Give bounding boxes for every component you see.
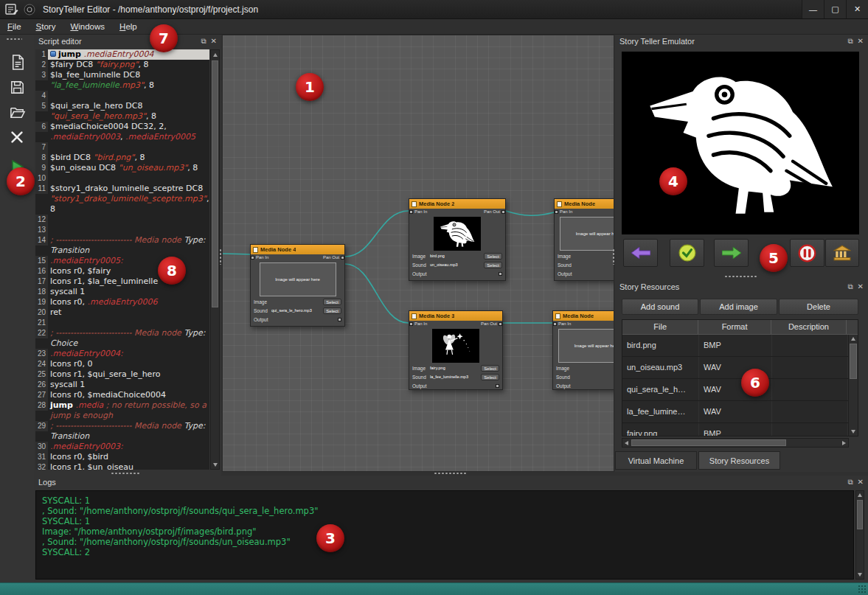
resource-row[interactable]: bird.pngBMP <box>622 335 858 357</box>
float-panel-icon[interactable]: ⧉ <box>847 283 853 290</box>
logs-content[interactable]: SYSCALL: 1, Sound: "/home/anthony/ostpro… <box>35 490 854 580</box>
resource-row[interactable]: qui_sera_le_h…WAV <box>622 379 858 401</box>
select-image-button[interactable]: Select <box>323 299 341 305</box>
editor-line-25[interactable]: 25lcons r1, $qui_sera_le_hero <box>35 369 209 380</box>
pan-out-port[interactable] <box>501 210 505 214</box>
resource-row[interactable]: la_fee_lumine…WAV <box>622 401 858 423</box>
column-description[interactable]: Description <box>771 320 847 334</box>
scroll-right-icon[interactable] <box>842 441 846 445</box>
scroll-down-icon[interactable] <box>851 430 855 434</box>
editor-line-32[interactable]: 32lcons r1, $un_oiseau <box>35 462 209 470</box>
editor-line-8[interactable]: 8$bird DC8 "bird.png", 8 <box>35 153 209 163</box>
float-panel-icon[interactable]: ⧉ <box>201 38 206 45</box>
close-panel-icon[interactable]: ✕ <box>858 479 864 486</box>
close-project-button[interactable] <box>4 126 29 148</box>
save-button[interactable] <box>4 76 29 98</box>
new-script-button[interactable] <box>4 51 29 73</box>
tab-virtual-machine[interactable]: Virtual Machine <box>615 451 697 470</box>
splitter-handle[interactable] <box>219 248 222 265</box>
output-port[interactable] <box>338 318 341 321</box>
toolbar-grip[interactable] <box>6 38 22 41</box>
editor-line-13[interactable]: 13 <box>35 225 209 235</box>
resources-table[interactable]: File Format Description bird.pngBMPun_oi… <box>622 319 858 436</box>
resource-row[interactable]: un_oiseau.mp3WAV <box>622 357 858 379</box>
editor-line-11[interactable]: 11$story1_drako_luminelle_sceptre DC8 "s… <box>35 184 209 215</box>
logs-scrollbar[interactable] <box>855 490 864 580</box>
pan-out-port[interactable] <box>499 322 502 326</box>
menu-help[interactable]: Help <box>112 19 145 35</box>
editor-line-18[interactable]: 18syscall 1 <box>35 287 209 297</box>
column-file[interactable]: File <box>622 320 698 334</box>
node-canvas[interactable]: Media Node 4Pan InPan OutImage will appe… <box>222 35 614 472</box>
editor-line-30[interactable]: 30.mediaEntry0003: <box>35 442 209 452</box>
pause-button[interactable] <box>790 239 824 267</box>
editor-line-1[interactable]: 1jump .mediaEntry0004 <box>35 49 209 60</box>
editor-line-24[interactable]: 24lcons r0, 0 <box>35 359 209 369</box>
add-sound-button[interactable]: Add sound <box>622 299 698 315</box>
editor-line-12[interactable]: 12 <box>35 215 209 225</box>
select-sound-button[interactable]: Select <box>484 262 502 268</box>
select-image-button[interactable]: Select <box>481 365 499 372</box>
editor-line-3[interactable]: 3$la_fee_luminelle DC8 "la_fee_luminelle… <box>35 70 209 91</box>
media-node-3[interactable]: Media Node 3Pan InPan OutImagefairy.pngS… <box>409 310 503 390</box>
scroll-down-icon[interactable] <box>858 573 862 577</box>
minimize-button[interactable]: — <box>802 0 824 18</box>
node-title-bar[interactable]: Media Node 3 <box>409 311 502 321</box>
editor-line-10[interactable]: 10 <box>35 173 209 184</box>
splitter-handle[interactable] <box>111 472 140 475</box>
menu-windows[interactable]: Windows <box>63 19 112 35</box>
float-panel-icon[interactable]: ⧉ <box>847 479 853 486</box>
scroll-up-icon[interactable] <box>213 53 218 57</box>
editor-line-9[interactable]: 9$un_oiseau DC8 "un_oiseau.mp3", 8 <box>35 163 209 173</box>
pan-in-port[interactable] <box>555 210 558 214</box>
node-title-bar[interactable]: Media Node <box>553 311 614 321</box>
editor-line-14[interactable]: 14; -------------------------- Media nod… <box>35 235 209 256</box>
delete-resource-button[interactable]: Delete <box>779 299 858 315</box>
select-sound-button[interactable]: Select <box>481 374 499 380</box>
editor-line-26[interactable]: 26syscall 1 <box>35 380 209 390</box>
editor-line-28[interactable]: 28jump .media ; no return possible, so a… <box>35 400 209 421</box>
output-port[interactable] <box>499 272 502 276</box>
column-format[interactable]: Format <box>698 320 771 334</box>
resource-row[interactable]: fairy.pngBMP <box>622 423 858 436</box>
maximize-button[interactable]: ▢ <box>824 0 846 18</box>
home-button[interactable] <box>825 239 859 267</box>
node-title-bar[interactable]: Media Node 4 <box>251 245 344 254</box>
pan-in-port[interactable] <box>409 210 413 214</box>
media-node-5[interactable]: Media NodePan InPan OutImage will appear… <box>552 310 614 390</box>
resources-table-header[interactable]: File Format Description <box>622 320 858 335</box>
select-image-button[interactable]: Select <box>484 253 502 260</box>
editor-line-22[interactable]: 22; -------------------------- Media nod… <box>35 328 209 349</box>
media-node-1[interactable]: Media Node 4Pan InPan OutImage will appe… <box>250 244 345 327</box>
menu-story[interactable]: Story <box>29 19 63 35</box>
editor-line-31[interactable]: 31lcons r0, $bird <box>35 452 209 462</box>
node-title-bar[interactable]: Media Node 2 <box>409 199 505 209</box>
editor-line-5[interactable]: 5$qui_sera_le_hero DC8 "qui_sera_le_hero… <box>35 101 209 122</box>
editor-line-19[interactable]: 19lcons r0, .mediaEntry0006 <box>35 297 209 307</box>
scroll-up-icon[interactable] <box>851 337 855 341</box>
forward-button[interactable] <box>714 239 749 267</box>
editor-line-4[interactable]: 4 <box>35 91 209 101</box>
scroll-up-icon[interactable] <box>858 493 862 497</box>
title-bar[interactable]: StoryTeller Editor - /home/anthony/ostpr… <box>0 0 868 19</box>
editor-line-23[interactable]: 23.mediaEntry0004: <box>35 349 209 359</box>
close-panel-icon[interactable]: ✕ <box>858 283 864 290</box>
close-button[interactable]: ✕ <box>846 0 868 18</box>
splitter-handle[interactable] <box>724 275 757 278</box>
scroll-down-icon[interactable] <box>213 463 218 467</box>
select-sound-button[interactable]: Select <box>323 307 341 314</box>
table-vertical-scrollbar[interactable] <box>848 335 858 436</box>
splitter-handle[interactable] <box>612 248 615 265</box>
table-horizontal-scrollbar[interactable] <box>622 438 849 448</box>
node-title-bar[interactable]: Media Node <box>555 199 614 209</box>
editor-line-7[interactable]: 7 <box>35 142 209 153</box>
validate-button[interactable] <box>670 239 704 267</box>
pan-in-port[interactable] <box>251 256 254 260</box>
splitter-handle[interactable] <box>434 472 466 475</box>
tab-story-resources[interactable]: Story Resources <box>698 451 780 470</box>
editor-line-2[interactable]: 2$fairy DC8 "fairy.png", 8 <box>35 60 209 70</box>
editor-line-6[interactable]: 6$mediaChoice0004 DC32, 2, .mediaEntry00… <box>35 122 209 142</box>
editor-line-21[interactable]: 21 <box>35 318 209 328</box>
output-port[interactable] <box>496 384 499 388</box>
script-editor-content[interactable]: 1jump .mediaEntry00042$fairy DC8 "fairy.… <box>35 49 209 470</box>
